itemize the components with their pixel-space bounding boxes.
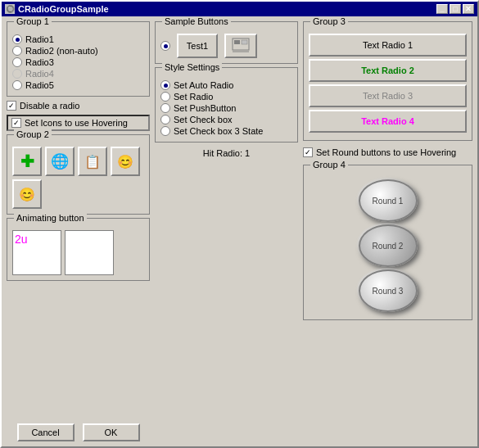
style-push-input[interactable] [160,103,170,113]
anim-number: 2u [13,231,61,247]
sample-buttons-label: Sample Buttons [162,16,231,26]
radio2-item[interactable]: Radio2 (non-auto) [12,45,144,57]
style-push-label: Set PushButton [174,103,236,113]
svg-rect-1 [234,40,240,44]
hovering-checkbox-input[interactable]: ✓ [303,147,313,157]
radio1-item[interactable]: Radio1 [12,34,144,45]
style-radio[interactable]: Set Radio [160,91,292,102]
group2-box: Group 2 ✚ 🌐 📋 😊 😊 [7,134,150,215]
radio3-input[interactable] [12,57,22,67]
round2-btn[interactable]: Round 2 [359,224,418,267]
window-title: CRadioGroupSample [18,4,109,14]
ok-button[interactable]: OK [83,423,140,441]
disable-radio-label: Disable a radio [20,101,79,111]
radio5-label: Radio5 [25,80,54,90]
text-radio3-btn[interactable]: Text Radio 3 [309,84,467,107]
style-radio-input[interactable] [160,92,170,102]
style-auto-radio[interactable]: Set Auto Radio [160,79,292,91]
group1-box: Group 1 Radio1 Radio2 (non-auto) Radio3 … [7,21,150,97]
icons-checkbox-input[interactable]: ✓ [11,118,21,128]
group1-label: Group 1 [14,16,52,26]
disable-checkbox-input[interactable]: ✓ [7,101,16,111]
icon-btn-smiley2[interactable]: 😊 [12,179,42,209]
icon-btn-doc[interactable]: 📋 [78,147,107,176]
set-icons-checkbox-container[interactable]: ✓ Set Icons to use Hovering [7,115,150,131]
radio2-label: Radio2 (non-auto) [25,46,98,56]
title-bar: 🔘 CRadioGroupSample _ □ ✕ [2,2,477,16]
style-check-label: Set Check box [174,115,233,124]
disable-radio-checkbox[interactable]: ✓ Disable a radio [7,100,150,111]
icon-btn-cross[interactable]: ✚ [12,147,42,176]
minimize-button[interactable]: _ [436,4,448,14]
test1-radio-input[interactable] [160,41,170,51]
text-radio4-btn[interactable]: Text Radio 4 [309,110,467,133]
style-auto-input[interactable] [160,80,170,90]
style-settings-group: Style Settings Set Auto Radio Set Radio … [155,67,298,143]
style-checkbox3[interactable]: Set Check box 3 State [160,125,292,137]
test1-radio[interactable] [160,40,170,52]
radio4-item: Radio4 [12,68,144,79]
test1-button[interactable]: Test1 [177,34,218,58]
anim-label: Animating button [14,213,87,223]
style-checkbox[interactable]: Set Check box [160,114,292,125]
radio4-label: Radio4 [25,69,54,79]
group4-label: Group 4 [310,160,348,170]
style-radio-label: Set Radio [174,92,213,102]
text-radio1-btn[interactable]: Text Radio 1 [309,34,467,57]
round1-btn[interactable]: Round 1 [359,179,418,222]
group3-box: Group 3 Text Radio 1 Text Radio 2 Text R… [303,21,472,141]
animating-button-group: Animating button 2u [7,218,150,281]
hovering-label: Set Round buttons to use Hovering [316,147,456,158]
group2-label: Group 2 [14,129,52,139]
maximize-button[interactable]: □ [450,4,461,14]
style-check3-label: Set Check box 3 State [174,126,263,136]
radio5-input[interactable] [12,80,22,90]
cancel-button[interactable]: Cancel [17,423,75,441]
group4-box: Group 4 Round 1 Round 2 Round 3 [303,165,472,320]
icon-btn-smiley1[interactable]: 😊 [111,147,140,176]
style-check3-input[interactable] [160,126,170,136]
style-check-input[interactable] [160,115,170,124]
icons-label: Set Icons to use Hovering [25,118,128,128]
style-pushbutton[interactable]: Set PushButton [160,102,292,114]
radio2-input[interactable] [12,46,22,56]
window-icon: 🔘 [5,4,15,14]
radio3-label: Radio3 [25,57,54,67]
radio3-item[interactable]: Radio3 [12,57,144,68]
icon-btn-globe[interactable]: 🌐 [45,147,75,176]
hit-radio-text: Hit Radio: 1 [155,146,298,161]
svg-rect-2 [242,40,247,44]
radio1-label: Radio1 [25,34,54,44]
hovering-checkbox-container[interactable]: ✓ Set Round buttons to use Hovering [303,144,472,161]
round3-btn[interactable]: Round 3 [359,269,418,312]
radio1-input[interactable] [12,34,22,44]
text-radio2-btn[interactable]: Text Radio 2 [309,59,467,82]
sample-icon-button[interactable] [224,34,257,58]
radio5-item[interactable]: Radio5 [12,79,144,91]
radio4-input [12,69,22,79]
close-button[interactable]: ✕ [463,4,474,14]
main-window: 🔘 CRadioGroupSample _ □ ✕ Group 1 Radio1… [0,0,479,448]
style-auto-label: Set Auto Radio [174,80,233,90]
sample-buttons-group: Sample Buttons Test1 [155,21,298,64]
group3-label: Group 3 [310,16,348,26]
anim-box-2 [65,230,114,275]
anim-box-1[interactable]: 2u [12,230,61,275]
style-settings-label: Style Settings [162,62,222,72]
